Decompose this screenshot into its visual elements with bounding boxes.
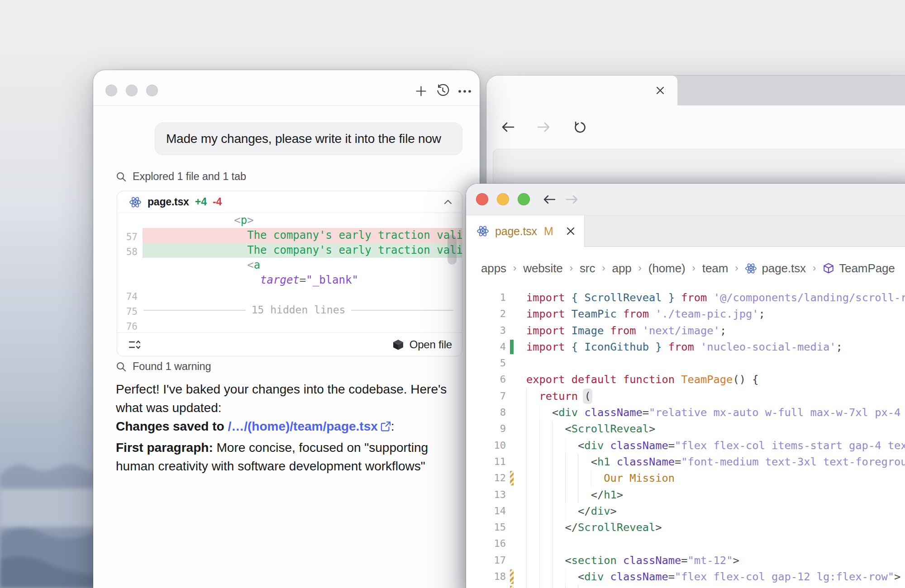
code-line-15[interactable]: 15 </ScrollReveal> <box>466 519 905 536</box>
code-token: </ <box>591 488 604 501</box>
editor-window: page.tsx M apps›website›src›app›(home)›t… <box>466 184 905 588</box>
traffic-light-zoom-icon[interactable] <box>146 85 158 96</box>
diff-row: <p> <box>117 213 462 228</box>
react-icon <box>476 225 489 237</box>
code-token: div <box>558 406 578 419</box>
code-line-7[interactable]: 7 return ( <box>466 388 905 404</box>
external-link-glyph <box>381 421 391 432</box>
reload-icon[interactable] <box>572 119 588 135</box>
chevron-up-icon[interactable] <box>442 196 454 208</box>
back-arrow-icon[interactable] <box>500 120 515 134</box>
breadcrumb-separator-icon: › <box>813 262 816 274</box>
chat-titlebar-divider <box>93 105 480 106</box>
status-warning[interactable]: Found 1 warning <box>116 360 211 373</box>
code-text: <section className="mt-12"> <box>526 552 905 569</box>
diff-code-text: <a <box>143 258 462 273</box>
back-arrow-icon[interactable] <box>542 193 557 206</box>
code-text <box>526 536 905 552</box>
line-number: 19 <box>466 585 506 588</box>
plus-icon[interactable] <box>415 85 427 97</box>
code-token: } <box>655 341 662 353</box>
code-token <box>694 341 700 353</box>
breadcrumb-item-apps[interactable]: apps <box>481 261 506 275</box>
traffic-light-close-icon[interactable] <box>476 193 488 205</box>
reload-glyph <box>572 119 588 135</box>
traffic-light-minimize-icon[interactable] <box>497 193 509 205</box>
code-line-9[interactable]: 9 <ScrollReveal> <box>466 421 905 437</box>
status-explored[interactable]: Explored 1 file and 1 tab <box>116 171 246 183</box>
traffic-light-close-icon[interactable] <box>105 85 117 96</box>
breadcrumb-item-website[interactable]: website <box>523 261 562 275</box>
code-token: < <box>552 406 558 419</box>
code-line-14[interactable]: 14 </div> <box>466 503 905 519</box>
code-token: ; <box>836 341 843 353</box>
diff-row-74: 74 <box>117 288 462 303</box>
code-line-5[interactable]: 5 <box>466 355 905 371</box>
code-text: <ScrollReveal> <box>526 421 905 437</box>
list-chevrons-icon[interactable] <box>128 338 141 351</box>
assistant-paragraph-3: First paragraph: More concise, focused o… <box>116 438 459 475</box>
breadcrumb-item-pagetsx[interactable]: page.tsx <box>745 261 806 275</box>
code-token <box>675 373 681 386</box>
breadcrumb-item-src[interactable]: src <box>580 261 595 275</box>
close-icon[interactable] <box>654 85 666 96</box>
breadcrumb-label: apps <box>481 261 506 275</box>
code-line-10[interactable]: 10 <div className="flex flex-col items-s… <box>466 437 905 454</box>
traffic-light-zoom-icon[interactable] <box>518 193 530 205</box>
code-token <box>636 324 642 337</box>
code-token <box>617 373 623 386</box>
code-token: = <box>643 406 649 419</box>
code-text <box>526 355 905 371</box>
code-line-6[interactable]: 6export default function TeamPage() { <box>466 371 905 388</box>
file-link[interactable]: /…/(home)/team/page.tsx <box>228 419 391 433</box>
code-line-12[interactable]: 12 Our Mission <box>466 470 905 486</box>
code-line-4[interactable]: 4import { IconGithub } from 'nucleo-soci… <box>466 339 905 355</box>
traffic-light-minimize-icon[interactable] <box>126 85 138 96</box>
editor-tab-title: page.tsx <box>495 225 537 238</box>
code-line-18[interactable]: 18 <div className="flex flex-col gap-12 … <box>466 569 905 585</box>
code-line-16[interactable]: 16 <box>466 536 905 552</box>
code-token: < <box>565 554 572 567</box>
code-token <box>649 341 655 353</box>
editor-tab-pagetsx[interactable]: page.tsx M <box>466 215 585 247</box>
open-file-button[interactable]: Open file <box>392 338 452 351</box>
code-line-11[interactable]: 11 <h1 className="font-medium text-3xl t… <box>466 454 905 470</box>
breadcrumb-item-team[interactable]: team <box>702 261 728 275</box>
browser-tab[interactable] <box>486 76 677 105</box>
diff-additions: +4 <box>195 196 207 208</box>
editor-code-area: 1import { ScrollReveal } from '@/compone… <box>466 289 905 588</box>
code-token: './team-pic.jpg' <box>655 308 758 320</box>
code-line-3[interactable]: 3import Image from 'next/image'; <box>466 322 905 339</box>
history-icon[interactable] <box>436 84 449 97</box>
code-token: default <box>572 373 617 386</box>
code-line-2[interactable]: 2import TeamPic from './team-pic.jpg'; <box>466 306 905 322</box>
hidden-lines-divider[interactable]: 15 hidden lines <box>117 303 462 318</box>
code-token: import <box>526 324 565 337</box>
forward-arrow-icon[interactable] <box>536 120 552 134</box>
code-line-1[interactable]: 1import { ScrollReveal } from '@/compone… <box>466 289 905 306</box>
forward-arrow-icon[interactable] <box>565 193 579 206</box>
breadcrumb-label: app <box>612 261 632 275</box>
status-explored-label: Explored 1 file and 1 tab <box>133 171 246 183</box>
diff-card-header[interactable]: page.tsx +4 -4 <box>117 191 462 213</box>
ellipsis-icon[interactable] <box>458 90 473 93</box>
code-token: TeamPic <box>572 308 617 320</box>
line-number: 12 <box>466 470 506 486</box>
code-token: "flex flex-col gap-12 lg:flex-row" <box>675 570 894 583</box>
code-token: > <box>649 422 655 435</box>
code-line-17[interactable]: 17 <section className="mt-12"> <box>466 552 905 569</box>
code-token: > <box>894 570 900 583</box>
breadcrumb-item-app[interactable]: app <box>612 261 632 275</box>
breadcrumb-label: TeamPage <box>839 261 895 275</box>
close-icon[interactable] <box>565 226 576 237</box>
diff-row-58: 58 The company's early traction validate… <box>117 243 462 258</box>
breadcrumb-item-home[interactable]: (home) <box>648 261 686 275</box>
code-line-19[interactable]: 19 {/* Main content - text */} <box>466 585 905 588</box>
diff-token: target <box>260 274 300 286</box>
code-line-8[interactable]: 8 <div className="relative mx-auto w-ful… <box>466 404 905 421</box>
assistant-paragraph-1: Perfect! I've baked your changes into th… <box>116 380 459 417</box>
code-token <box>707 291 713 304</box>
code-token: className <box>584 406 642 419</box>
code-line-13[interactable]: 13 </h1> <box>466 487 905 503</box>
breadcrumb-item-teampage[interactable]: TeamPage <box>823 261 895 275</box>
